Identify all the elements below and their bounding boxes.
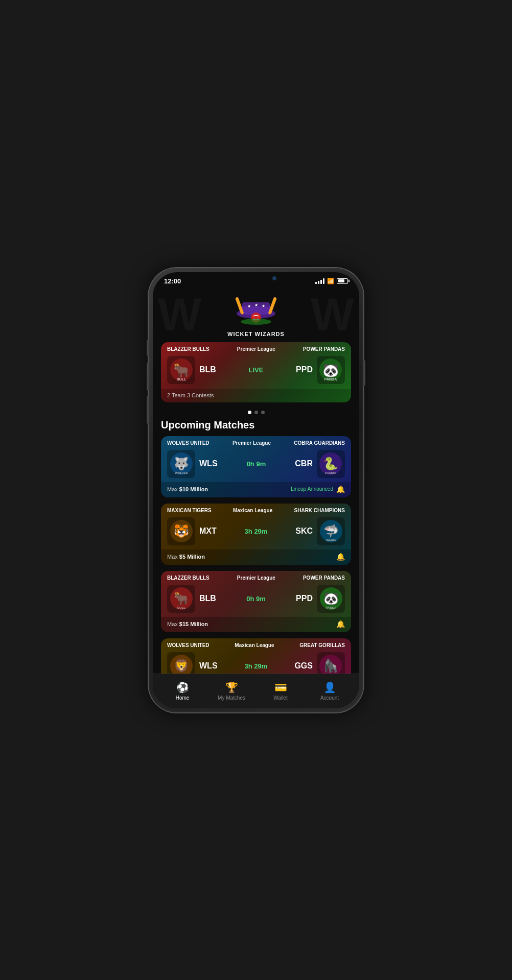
svg-text:★: ★ — [254, 303, 258, 307]
wolves-team-left: 🐺 WOLVES WLS — [167, 450, 218, 478]
svg-text:🐯: 🐯 — [174, 523, 189, 538]
tigers-team2-logo: 🦈 SHARK — [317, 517, 345, 545]
wallet-icon: 💳 — [274, 681, 287, 694]
wolves-team1-abbr: WLS — [199, 459, 218, 468]
tigers-team2-abbr: SKC — [295, 527, 313, 536]
svg-text:PANDA: PANDA — [324, 377, 337, 381]
my-matches-label: My Matches — [218, 695, 245, 701]
logo-container: ★ ★ ★ WICKET WIZARDS — [227, 292, 285, 337]
blazer-bell-icon[interactable]: 🔔 — [336, 620, 345, 628]
tigers-prize: Max $5 Million — [167, 554, 205, 560]
power-button[interactable] — [363, 360, 365, 386]
live-status: LIVE — [249, 366, 264, 374]
blazer-team-right: 🐼 PANDA PPD — [296, 585, 345, 613]
tigers-timer: 3h 29m — [245, 528, 268, 535]
bg-letter-left: W — [158, 288, 201, 341]
blazer-team2-name: POWER PANDAS — [303, 575, 345, 581]
tigers-card-footer: Max $5 Million 🔔 — [161, 549, 351, 565]
tigers-league: Maxican League — [233, 508, 272, 513]
dot-3[interactable] — [261, 411, 265, 414]
dot-1[interactable] — [248, 411, 251, 414]
live-team1-logo: 🐂 BULL — [167, 356, 195, 384]
tigers-card-header: MAXICAN TIGERS Maxican League SHARK CHAM… — [161, 504, 351, 515]
blazer-team1-logo: 🐂 BULL — [167, 585, 195, 613]
gorillas-team2-abbr: GGS — [294, 661, 313, 671]
gorillas-timer: 3h 29m — [245, 662, 268, 670]
nav-wallet[interactable]: 💳 Wallet — [256, 681, 305, 701]
tigers-team-right: 🦈 SHARK SKC — [295, 517, 345, 545]
svg-text:BULL: BULL — [177, 606, 185, 609]
svg-text:🐂: 🐂 — [174, 591, 189, 606]
live-match-footer: 2 Team 3 Contests — [161, 389, 351, 402]
tigers-card-body: 🐯 MXT 3h 29m 🦈 SHARK — [161, 515, 351, 549]
phone-screen: 12:00 📶 W W — [153, 272, 359, 708]
wolves-bell-icon[interactable]: 🔔 — [336, 485, 345, 493]
live-team1-name: BLAZZER BULLS — [167, 346, 210, 352]
dot-2[interactable] — [254, 411, 258, 414]
wolves-team2-name: COBRA GUARDIANS — [294, 440, 345, 446]
wolves-team1-name: WOLVES UNITED — [167, 440, 210, 446]
live-match-card[interactable]: BLAZZER BULLS Premier League POWER PANDA… — [161, 342, 351, 402]
match-card-blazer-pandas[interactable]: BLAZZER BULLS Premier League POWER PANDA… — [161, 571, 351, 632]
live-footer-left: 2 Team 3 Contests — [167, 392, 214, 398]
blazer-league: Premier League — [237, 575, 275, 581]
live-match-wrapper: BLAZZER BULLS Premier League POWER PANDA… — [153, 342, 359, 407]
match-card-wolves-cobra[interactable]: WOLVES UNITED Premier League COBRA GUARD… — [161, 436, 351, 497]
blazer-timer: 0h 9m — [246, 595, 266, 603]
account-label: Account — [320, 695, 339, 701]
live-team2-name: POWER PANDAS — [303, 346, 345, 352]
bottom-nav: ⚽ Home 🏆 My Matches 💳 Wallet 👤 Account — [153, 674, 359, 708]
phone-frame: 12:00 📶 W W — [149, 268, 363, 712]
tigers-team-left: 🐯 MXT — [167, 517, 217, 545]
wolves-card-footer: Max $10 Million Lineup Announced 🔔 — [161, 482, 351, 497]
bg-letter-right: W — [311, 288, 354, 341]
logo-title: WICKET WIZARDS — [227, 331, 285, 337]
blazer-team1-abbr: BLB — [199, 594, 216, 603]
nav-my-matches[interactable]: 🏆 My Matches — [207, 681, 256, 701]
tigers-team1-logo: 🐯 — [167, 517, 195, 545]
tigers-bell-icon[interactable]: 🔔 — [336, 553, 345, 561]
match-card-tigers-sharks[interactable]: MAXICAN TIGERS Maxican League SHARK CHAM… — [161, 504, 351, 565]
live-team-left: 🐂 BULL BLB — [167, 356, 216, 384]
blazer-prize: Max $15 Million — [167, 621, 208, 627]
svg-text:🦈: 🦈 — [323, 523, 339, 538]
home-label: Home — [176, 695, 190, 701]
volume-down-button[interactable] — [147, 396, 149, 424]
svg-text:PANDA: PANDA — [325, 606, 337, 609]
svg-text:WOLVES: WOLVES — [175, 471, 188, 474]
tigers-team1-name: MAXICAN TIGERS — [167, 508, 212, 513]
svg-text:🦁: 🦁 — [174, 658, 189, 673]
mute-button[interactable] — [147, 340, 149, 356]
gorillas-league: Maxican League — [235, 642, 274, 648]
gorillas-card-header: WOLVES UNITED Maxican League GREAT GORIL… — [161, 638, 351, 650]
header-area: W W ★ ★ ★ — [153, 287, 359, 342]
svg-point-9 — [241, 319, 271, 325]
gorillas-team1-abbr: WLS — [199, 661, 218, 671]
blazer-card-header: BLAZZER BULLS Premier League POWER PANDA… — [161, 571, 351, 583]
svg-text:★: ★ — [262, 304, 265, 308]
live-match-body: 🐂 BULL BLB LIVE — [161, 354, 351, 389]
blazer-card-footer: Max $15 Million 🔔 — [161, 617, 351, 632]
gorillas-team1-name: WOLVES UNITED — [167, 642, 210, 648]
tigers-team1-abbr: MXT — [199, 527, 217, 536]
svg-text:SHARK: SHARK — [325, 539, 337, 542]
svg-text:🐍: 🐍 — [323, 456, 338, 471]
blazer-team2-abbr: PPD — [296, 594, 313, 603]
wolves-lineup-text: Lineup Announced — [291, 486, 333, 492]
section-title: Upcoming Matches — [153, 416, 359, 436]
status-right-icons: 📶 — [315, 278, 348, 284]
svg-text:🐼: 🐼 — [323, 591, 339, 606]
camera-dot — [272, 276, 276, 280]
gorillas-team2-name: GREAT GORILLAS — [299, 642, 345, 648]
svg-text:COBRA: COBRA — [325, 471, 337, 474]
screen-content[interactable]: W W ★ ★ ★ — [153, 287, 359, 706]
nav-account[interactable]: 👤 Account — [305, 681, 354, 701]
svg-text:🦍: 🦍 — [323, 658, 338, 673]
signal-icon — [315, 278, 324, 284]
volume-up-button[interactable] — [147, 363, 149, 391]
blazer-team2-logo: 🐼 PANDA — [317, 585, 345, 613]
svg-text:★: ★ — [247, 304, 251, 308]
clock: 12:00 — [164, 277, 181, 285]
live-team2-logo: 🐼 PANDA — [317, 356, 345, 384]
nav-home[interactable]: ⚽ Home — [158, 681, 207, 701]
